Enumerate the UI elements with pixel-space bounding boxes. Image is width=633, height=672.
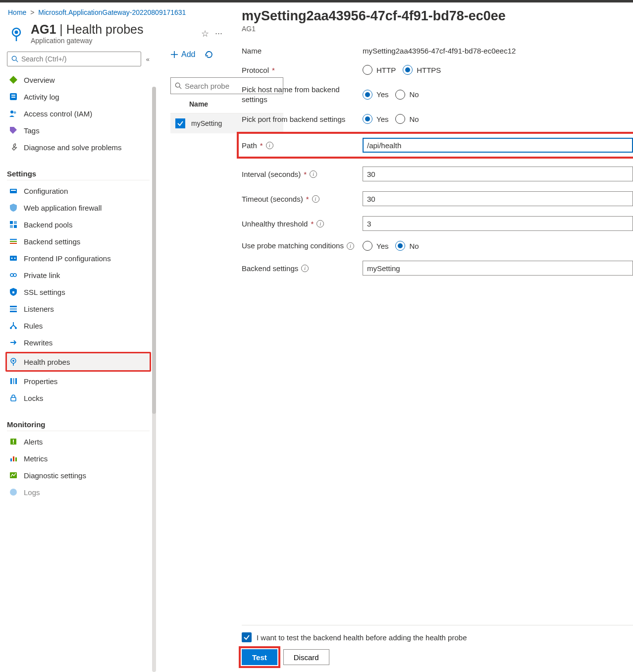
matching-yes-radio[interactable]: Yes — [363, 241, 388, 251]
sidebar-item-ssl[interactable]: SSL settings — [7, 283, 150, 300]
backend-settings-dropdown[interactable]: mySetting — [363, 261, 633, 276]
sidebar-item-label: Listeners — [24, 305, 54, 313]
blade-title: mySetting2aa43956-47cf-4f91-bd78-ec0ee — [242, 8, 633, 24]
sidebar-item-label: Diagnose and solve problems — [24, 143, 122, 152]
test-checkbox[interactable] — [242, 632, 252, 642]
main-region: Home > Microsoft.ApplicationGateway-2022… — [0, 2, 633, 672]
svg-point-22 — [14, 258, 16, 259]
diagnostic-settings-icon — [9, 471, 18, 480]
favorite-icon[interactable]: ☆ — [201, 28, 209, 39]
sidebar-item-listeners[interactable]: Listeners — [7, 300, 150, 317]
interval-input[interactable] — [363, 167, 633, 181]
protocol-http-radio[interactable]: HTTP — [363, 65, 396, 75]
sidebar-item-properties[interactable]: Properties — [7, 373, 150, 390]
matching-no-radio[interactable]: No — [395, 241, 419, 251]
sidebar-item-label: Logs — [24, 488, 40, 497]
svg-rect-11 — [10, 189, 17, 193]
probe-col-name: Name — [189, 100, 208, 108]
page-subtitle: Application gateway — [31, 37, 195, 45]
unhealthy-input[interactable] — [363, 216, 633, 231]
pick-host-yes-radio[interactable]: Yes — [363, 90, 388, 100]
pick-host-no-radio[interactable]: No — [395, 90, 419, 100]
access-control-icon — [9, 109, 18, 118]
sidebar-search[interactable] — [7, 52, 141, 66]
sidebar-item-diagnostic-settings[interactable]: Diagnostic settings — [7, 467, 150, 484]
svg-rect-34 — [10, 378, 12, 384]
info-icon[interactable]: i — [266, 142, 273, 149]
sidebar-item-overview[interactable]: Overview — [7, 71, 150, 88]
sidebar-item-label: Alerts — [24, 438, 43, 446]
info-icon[interactable]: i — [347, 242, 354, 250]
sidebar-item-frontend-ip[interactable]: Frontend IP configurations — [7, 250, 150, 267]
sidebar-item-logs[interactable]: Logs — [7, 484, 150, 501]
name-value: mySetting2aa43956-47cf-4f91-bd78-ec0eec1… — [363, 47, 516, 55]
sidebar-item-label: Health probes — [24, 358, 70, 366]
backend-settings-icon — [9, 237, 18, 246]
activity-log-icon — [9, 92, 18, 101]
blade-footer: I want to test the backend health before… — [242, 625, 633, 672]
sidebar-item-alerts[interactable]: Alerts — [7, 433, 150, 450]
sidebar-item-configuration[interactable]: Configuration — [7, 182, 150, 199]
sidebar-item-waf[interactable]: Web application firewall — [7, 199, 150, 216]
sidebar-item-label: Locks — [24, 394, 43, 402]
probe-row-name: mySetting — [191, 119, 222, 127]
sidebar-group-settings: Settings — [7, 166, 150, 180]
listeners-icon — [9, 304, 18, 313]
info-icon[interactable]: i — [310, 170, 317, 178]
refresh-button[interactable] — [204, 50, 214, 59]
path-input[interactable] — [363, 138, 633, 153]
breadcrumb-item[interactable]: Microsoft.ApplicationGateway-20220809171… — [38, 8, 186, 16]
sidebar-item-activity-log[interactable]: Activity log — [7, 88, 150, 105]
svg-rect-27 — [10, 308, 17, 310]
pick-port-label: Pick port from backend settings — [242, 115, 363, 123]
info-icon[interactable]: i — [316, 220, 324, 227]
svg-rect-36 — [15, 378, 17, 384]
svg-point-48 — [175, 83, 180, 87]
svg-rect-14 — [14, 221, 17, 224]
info-icon[interactable]: i — [301, 265, 309, 272]
sidebar-scrollbar[interactable] — [152, 87, 156, 672]
pick-host-label: Pick host name from backend settings — [242, 85, 363, 104]
add-button[interactable]: Add — [170, 50, 195, 59]
app-gateway-icon — [8, 25, 25, 42]
scrollbar-thumb[interactable] — [152, 87, 156, 414]
sidebar-item-label: Backend pools — [24, 221, 72, 229]
svg-rect-16 — [14, 225, 17, 228]
sidebar-item-label: Frontend IP configurations — [24, 254, 111, 263]
breadcrumb-home[interactable]: Home — [8, 8, 26, 16]
protocol-https-radio[interactable]: HTTPS — [403, 65, 441, 75]
sidebar-item-private-link[interactable]: Private link — [7, 267, 150, 283]
svg-line-49 — [179, 87, 181, 89]
pick-port-yes-radio[interactable]: Yes — [363, 114, 388, 124]
pick-port-no-radio[interactable]: No — [395, 114, 419, 124]
info-icon[interactable]: i — [312, 195, 319, 203]
more-icon[interactable]: ··· — [215, 28, 222, 39]
sidebar-search-input[interactable] — [21, 55, 137, 63]
collapse-sidebar-icon[interactable]: « — [146, 56, 150, 63]
sidebar-item-diagnose[interactable]: Diagnose and solve problems — [7, 139, 150, 156]
sidebar-item-access-control[interactable]: Access control (IAM) — [7, 105, 150, 122]
timeout-input[interactable] — [363, 191, 633, 206]
sidebar-item-locks[interactable]: Locks — [7, 390, 150, 406]
svg-point-1 — [15, 30, 18, 34]
sidebar-item-tags[interactable]: Tags — [7, 122, 150, 139]
sidebar-item-health-probes[interactable]: Health probes — [5, 352, 151, 372]
sidebar-item-backend-settings[interactable]: Backend settings — [7, 233, 150, 250]
sidebar-item-backend-pools[interactable]: Backend pools — [7, 216, 150, 233]
test-button[interactable]: Test — [242, 649, 277, 665]
svg-point-3 — [12, 56, 16, 60]
sidebar-item-label: Activity log — [24, 93, 59, 101]
name-label: Name — [242, 47, 363, 55]
sidebar-item-label: Private link — [24, 271, 60, 280]
breadcrumb-separator: > — [28, 8, 36, 16]
svg-rect-42 — [13, 456, 14, 461]
sidebar-item-metrics[interactable]: Metrics — [7, 450, 150, 467]
checkbox-checked-icon[interactable] — [175, 118, 185, 128]
frontend-ip-icon — [9, 254, 18, 263]
sidebar-item-rewrites[interactable]: Rewrites — [7, 334, 150, 351]
svg-point-10 — [14, 112, 16, 114]
matching-label: Use probe matching conditions i — [242, 241, 363, 251]
discard-button[interactable]: Discard — [283, 649, 329, 665]
configuration-icon — [9, 186, 18, 195]
sidebar-item-rules[interactable]: Rules — [7, 317, 150, 334]
